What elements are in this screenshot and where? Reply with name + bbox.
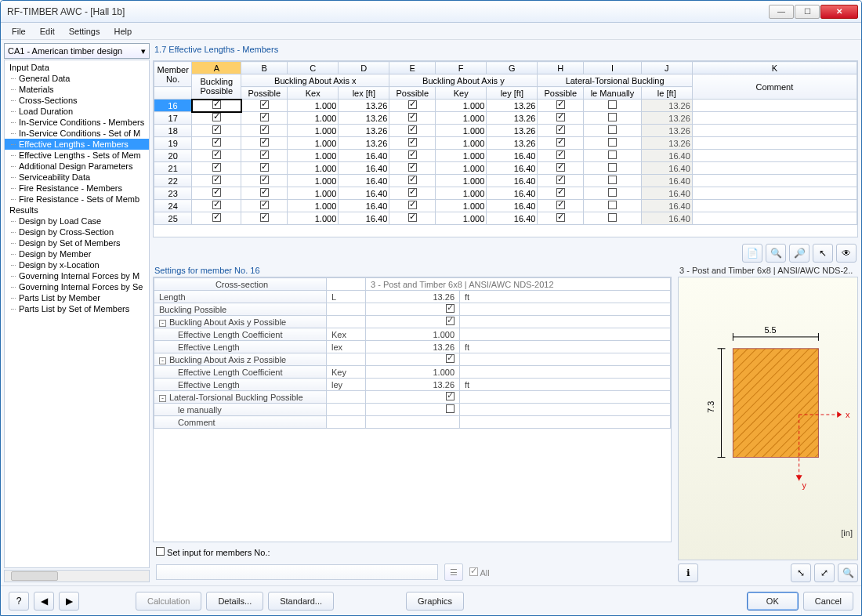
graphics-button[interactable]: Graphics <box>406 592 464 611</box>
table-row[interactable]: 171.00013.261.00013.2613.26 <box>154 112 857 125</box>
ok-button[interactable]: OK <box>747 592 799 611</box>
preview-canvas: 5.5 7.3 x y [in] <box>678 277 858 560</box>
menubar: File Edit Settings Help <box>1 23 861 40</box>
tree-item[interactable]: Serviceability Data <box>5 172 149 183</box>
tree-item[interactable]: Additional Design Parameters <box>5 161 149 172</box>
table-row[interactable]: 231.00016.401.00016.4016.40 <box>154 187 857 200</box>
svg-marker-10 <box>837 411 842 418</box>
tree-item[interactable]: Design by Load Case <box>5 216 149 226</box>
calculation-button[interactable]: Calculation <box>136 592 201 611</box>
settings-row[interactable]: Comment <box>154 416 671 429</box>
pick-icon[interactable]: 📄 <box>742 244 762 263</box>
dim-height: 7.3 <box>706 401 715 413</box>
footer: ? ◀ ▶ Calculation Details... Standard...… <box>1 585 861 615</box>
table-row[interactable]: 251.00016.401.00016.4016.40 <box>154 212 857 225</box>
set-input-checkbox[interactable] <box>156 547 165 556</box>
table-row[interactable]: 161.00013.261.00013.2613.26 <box>154 100 857 112</box>
members-grid[interactable]: Member No.ABCDEFGHIJKBuckling PossibleBu… <box>153 60 858 237</box>
scroll-thumb[interactable] <box>11 571 58 581</box>
tree-item[interactable]: Design by x-Location <box>5 259 149 270</box>
settings-row[interactable]: LengthL13.26ft <box>154 291 671 303</box>
close-button[interactable]: ✕ <box>820 5 858 19</box>
tree-item[interactable]: Effective Lengths - Sets of Mem <box>5 150 149 161</box>
axis1-icon[interactable]: ⤡ <box>791 563 811 582</box>
tree-item[interactable]: Governing Internal Forces by Se <box>5 281 149 292</box>
table-row[interactable]: 241.00016.401.00016.4016.40 <box>154 200 857 212</box>
main-panel: 1.7 Effective Lengths - Members Member N… <box>153 43 858 582</box>
axis2-icon[interactable]: ⤢ <box>814 563 835 582</box>
menu-help[interactable]: Help <box>107 25 138 38</box>
svg-rect-2 <box>733 349 818 458</box>
settings-row[interactable]: Effective Lengthlex13.26ft <box>154 341 671 353</box>
table-row[interactable]: 201.00016.401.00016.4016.40 <box>154 150 857 162</box>
panel-title: 1.7 Effective Lengths - Members <box>153 43 858 57</box>
nav-tree[interactable]: Input DataGeneral DataMaterialsCross-Sec… <box>4 60 150 568</box>
tree-item[interactable]: General Data <box>5 73 149 84</box>
tree-item[interactable]: Governing Internal Forces by M <box>5 270 149 281</box>
standard-button[interactable]: Standard... <box>268 592 334 611</box>
grid-toolbar: 📄 🔍 🔎 ↖ 👁 <box>153 241 858 263</box>
preview-title: 3 - Post and Timber 6x8 | ANSI/AWC NDS-2… <box>678 266 858 277</box>
design-case-dropdown[interactable]: CA1 - American timber design ▾ <box>4 43 150 59</box>
settings-row[interactable]: le manually <box>154 404 671 416</box>
set-input-field[interactable] <box>156 564 438 580</box>
tree-item[interactable]: Load Duration <box>5 106 149 117</box>
next-icon[interactable]: ▶ <box>59 592 79 611</box>
table-row[interactable]: 181.00013.261.00013.2613.26 <box>154 125 857 137</box>
svg-marker-13 <box>796 475 802 480</box>
pick-members-button[interactable]: ☰ <box>444 563 463 581</box>
tree-item[interactable]: Design by Cross-Section <box>5 226 149 237</box>
prev-icon[interactable]: ◀ <box>34 592 54 611</box>
preview-panel: 3 - Post and Timber 6x8 | ANSI/AWC NDS-2… <box>678 266 858 582</box>
maximize-button[interactable]: ☐ <box>795 5 820 19</box>
menu-edit[interactable]: Edit <box>34 25 61 38</box>
settings-row[interactable]: -Lateral-Torsional Buckling Possible <box>154 391 671 404</box>
settings-title: Settings for member No. 16 <box>153 266 672 277</box>
set-input-label: Set input for members No.: <box>156 547 270 557</box>
menu-settings[interactable]: Settings <box>63 25 107 38</box>
window-title: RF-TIMBER AWC - [Hall 1b] <box>7 6 769 17</box>
cancel-button[interactable]: Cancel <box>803 592 853 611</box>
settings-row[interactable]: -Buckling About Axis y Possible <box>154 316 671 328</box>
sidebar-hscroll[interactable] <box>4 570 150 582</box>
tree-item[interactable]: In-Service Conditions - Set of M <box>5 128 149 139</box>
table-row[interactable]: 211.00016.401.00016.4016.40 <box>154 162 857 175</box>
settings-row[interactable]: Effective Lengthley13.26ft <box>154 379 671 391</box>
dim-width: 5.5 <box>764 325 776 335</box>
arrow-icon[interactable]: ↖ <box>813 244 833 263</box>
select-icon[interactable]: 🔎 <box>789 244 809 263</box>
settings-row[interactable]: Buckling Possible <box>154 303 671 316</box>
tree-item[interactable]: Fire Resistance - Sets of Memb <box>5 194 149 205</box>
tree-item[interactable]: Design by Set of Members <box>5 237 149 248</box>
tree-item[interactable]: Design by Member <box>5 248 149 259</box>
minimize-button[interactable]: — <box>769 5 794 19</box>
settings-row[interactable]: Effective Length CoefficientKey1.000 <box>154 366 671 379</box>
table-row[interactable]: 191.00013.261.00013.2613.26 <box>154 137 857 150</box>
tree-item[interactable]: In-Service Conditions - Members <box>5 117 149 128</box>
tree-item[interactable]: Parts List by Set of Members <box>5 303 149 314</box>
all-checkbox[interactable] <box>469 567 478 576</box>
app-window: RF-TIMBER AWC - [Hall 1b] — ☐ ✕ File Edi… <box>0 0 862 616</box>
tree-item[interactable]: Cross-Sections <box>5 95 149 106</box>
chevron-down-icon: ▾ <box>141 46 146 56</box>
info-icon[interactable]: ℹ <box>678 563 698 582</box>
tree-item[interactable]: Fire Resistance - Members <box>5 183 149 194</box>
dropdown-value: CA1 - American timber design <box>8 46 122 56</box>
svg-text:x: x <box>846 410 850 419</box>
eye-icon[interactable]: 👁 <box>836 244 857 263</box>
all-label: All <box>469 567 490 578</box>
zoom-icon[interactable]: 🔍 <box>838 563 858 582</box>
settings-grid[interactable]: Cross-section3 - Post and Timber 6x8 | A… <box>153 277 672 542</box>
preview-unit: [in] <box>841 528 853 538</box>
details-button[interactable]: Details... <box>206 592 263 611</box>
settings-row[interactable]: Effective Length CoefficientKex1.000 <box>154 328 671 341</box>
svg-text:y: y <box>802 480 807 490</box>
tree-item[interactable]: Materials <box>5 84 149 95</box>
table-row[interactable]: 221.00016.401.00016.4016.40 <box>154 175 857 187</box>
help-icon[interactable]: ? <box>9 592 29 611</box>
settings-row[interactable]: -Buckling About Axis z Possible <box>154 353 671 366</box>
tree-item[interactable]: Parts List by Member <box>5 292 149 303</box>
menu-file[interactable]: File <box>5 25 32 38</box>
filter-icon[interactable]: 🔍 <box>766 244 786 263</box>
tree-item[interactable]: Effective Lengths - Members <box>5 139 149 150</box>
